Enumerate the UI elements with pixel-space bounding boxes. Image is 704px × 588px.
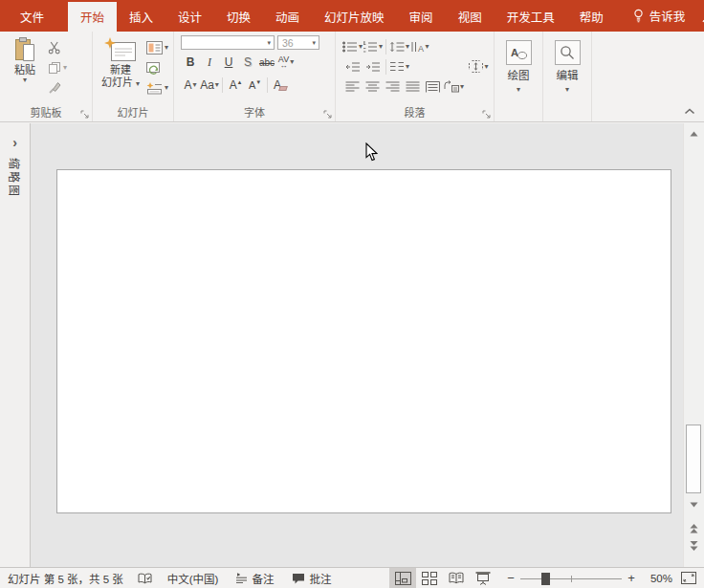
numbering-button[interactable]: ▾: [363, 38, 383, 55]
change-case-button[interactable]: Aa ▾: [200, 76, 219, 95]
align-center-icon: [365, 81, 380, 92]
change-case-label: Aa: [200, 78, 214, 92]
svg-text:A: A: [511, 47, 518, 58]
slide-sorter-view-button[interactable]: [416, 568, 443, 588]
fit-slide-to-window-button[interactable]: [681, 572, 696, 584]
decrease-font-size-button[interactable]: A ▾: [245, 76, 264, 95]
notes-toggle-button[interactable]: 备注: [235, 571, 274, 586]
format-painter-button[interactable]: [46, 77, 69, 98]
character-spacing-button[interactable]: AV↔ ▾: [276, 54, 296, 72]
tab-help[interactable]: 帮助: [567, 2, 616, 32]
layout-button[interactable]: ▾: [144, 37, 170, 57]
expand-thumbnails-chevron-icon[interactable]: ›: [0, 135, 30, 150]
align-text-button[interactable]: ▾: [469, 58, 489, 76]
zoom-slider-thumb[interactable]: [541, 573, 550, 585]
status-bar: 幻灯片 第 5 张，共 5 张 中文(中国) 备注 批注: [0, 567, 704, 588]
dropdown-arrow-icon: ▾: [165, 84, 168, 92]
align-right-button[interactable]: [383, 78, 403, 96]
zoom-controls: − + 50%: [504, 571, 672, 585]
eraser-icon: [278, 86, 288, 91]
columns-button[interactable]: ▾: [389, 58, 409, 76]
tab-home[interactable]: 开始: [68, 2, 117, 32]
justify-button[interactable]: [403, 78, 423, 96]
reset-slide-button[interactable]: [144, 57, 170, 77]
align-center-button[interactable]: [363, 78, 383, 96]
slide-canvas[interactable]: [56, 169, 671, 513]
font-name-combobox[interactable]: ▾: [181, 35, 275, 50]
scrollbar-thumb[interactable]: [686, 425, 701, 493]
normal-view-button[interactable]: [389, 568, 416, 588]
group-clipboard: 粘贴 ▾ ▾: [0, 32, 93, 121]
slide-counter[interactable]: 幻灯片 第 5 张，共 5 张: [8, 571, 123, 586]
font-dialog-launcher[interactable]: [323, 110, 332, 119]
font-color-button[interactable]: A ▾: [181, 76, 200, 95]
line-spacing-button[interactable]: ▾: [389, 38, 409, 55]
underline-button[interactable]: U: [219, 54, 238, 72]
cut-button[interactable]: [46, 37, 69, 57]
tab-file[interactable]: 文件: [8, 2, 56, 32]
distribute-text-icon: [426, 81, 440, 93]
zoom-level[interactable]: 50%: [642, 573, 672, 584]
scroll-up-button[interactable]: [684, 125, 704, 142]
shrink-font-label: A: [249, 79, 255, 91]
divider: [267, 77, 268, 93]
dropdown-arrow-icon: ▾: [406, 63, 409, 71]
divider: [385, 59, 386, 75]
dropdown-arrow-icon: ▾: [23, 76, 27, 84]
italic-button[interactable]: I: [200, 54, 219, 72]
decrease-indent-button[interactable]: [342, 58, 363, 76]
align-left-button[interactable]: [342, 78, 363, 96]
collapse-ribbon-button[interactable]: [684, 108, 695, 115]
tab-design[interactable]: 设计: [165, 2, 214, 32]
increase-indent-button[interactable]: [363, 58, 383, 76]
paste-button[interactable]: 粘贴 ▾: [4, 34, 46, 98]
convert-to-smartart-button[interactable]: ▾: [443, 78, 464, 96]
zoom-slider[interactable]: [520, 572, 622, 585]
drawing-button[interactable]: A 绘图 ▾: [495, 32, 542, 121]
text-shadow-button[interactable]: S: [238, 54, 257, 72]
distribute-text-button[interactable]: [423, 78, 443, 96]
tab-review[interactable]: 审阅: [397, 2, 446, 32]
strikethrough-button[interactable]: abc: [257, 54, 276, 72]
tab-animations[interactable]: 动画: [263, 2, 312, 32]
notes-label: 备注: [252, 571, 274, 586]
next-slide-button[interactable]: [684, 537, 704, 555]
language-button[interactable]: 中文(中国): [167, 571, 219, 586]
scroll-down-button[interactable]: [684, 496, 704, 513]
paragraph-dialog-launcher[interactable]: [482, 110, 491, 119]
tab-developer[interactable]: 开发工具: [495, 2, 567, 32]
zoom-in-button[interactable]: +: [625, 571, 638, 585]
previous-slide-button[interactable]: [684, 520, 704, 537]
copy-button[interactable]: ▾: [46, 57, 69, 77]
tab-insert[interactable]: 插入: [117, 2, 165, 32]
tab-view[interactable]: 视图: [446, 2, 495, 32]
increase-font-size-button[interactable]: A ▴: [226, 76, 245, 95]
titlebar-right: 告诉我 共享: [616, 0, 704, 32]
comment-bubble-icon: [292, 573, 305, 584]
editing-button[interactable]: 编辑 ▾: [543, 32, 591, 121]
tab-slideshow[interactable]: 幻灯片放映: [312, 2, 397, 32]
comments-label: 批注: [309, 571, 331, 586]
tell-me-button[interactable]: 告诉我: [649, 7, 686, 25]
thumbnails-vertical-label[interactable]: 缩略图: [7, 158, 23, 198]
section-icon: [146, 81, 163, 95]
new-slide-button[interactable]: 新建 幻灯片 ▾: [97, 34, 144, 98]
font-size-value: 36: [278, 37, 294, 49]
comments-toggle-button[interactable]: 批注: [292, 571, 331, 586]
clipboard-dialog-launcher[interactable]: [80, 110, 89, 119]
columns-icon: [389, 61, 405, 72]
text-direction-button[interactable]: A ▾: [409, 38, 429, 55]
clear-formatting-button[interactable]: A: [271, 76, 290, 95]
reading-view-button[interactable]: [443, 568, 470, 588]
tab-transitions[interactable]: 切换: [214, 2, 263, 32]
bold-button[interactable]: B: [181, 54, 200, 72]
section-button[interactable]: ▾: [144, 77, 170, 98]
increase-indent-icon: [365, 61, 381, 73]
font-size-combobox[interactable]: 36 ▾: [277, 35, 319, 50]
divider: [222, 77, 223, 93]
zoom-out-button[interactable]: −: [504, 571, 517, 585]
slide-show-button[interactable]: [470, 568, 496, 588]
spell-check-button[interactable]: [138, 573, 152, 584]
bullets-button[interactable]: ▾: [342, 38, 363, 55]
ribbon-tab-bar: 文件 开始 插入 设计 切换 动画 幻灯片放映 审阅 视图 开发工具 帮助 告诉…: [0, 0, 704, 32]
